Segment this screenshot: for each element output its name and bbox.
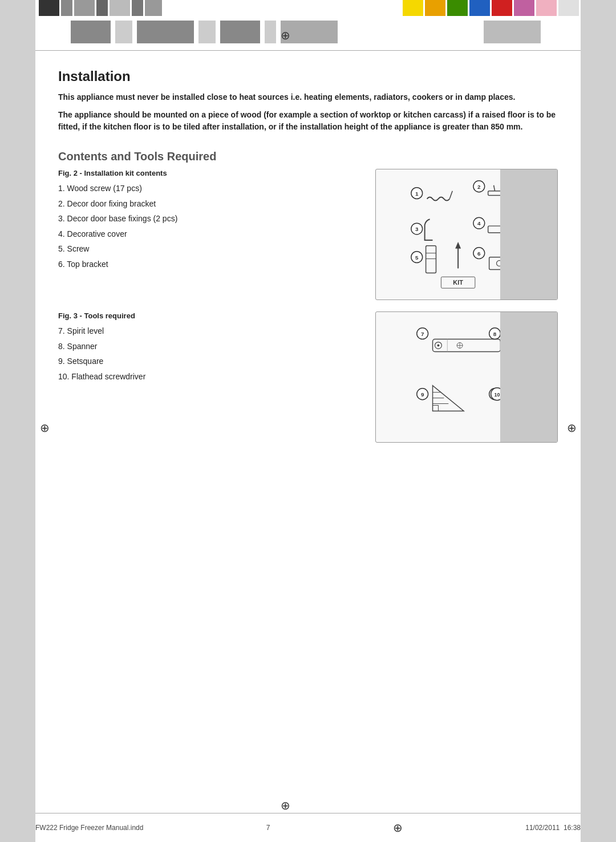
list-item: 1. Wood screw (17 pcs) <box>58 181 364 196</box>
gray-panel-left <box>0 0 35 842</box>
svg-text:10: 10 <box>495 392 500 398</box>
contents-fig2-row: Fig. 2 - Installation kit contents 1. Wo… <box>58 169 558 300</box>
svg-text:1: 1 <box>415 191 419 197</box>
svg-rect-44 <box>433 406 439 411</box>
footer-page-number: 7 <box>266 824 270 832</box>
list-item: 6. Top bracket <box>58 257 364 272</box>
svg-rect-14 <box>426 246 436 273</box>
svg-text:8: 8 <box>493 331 497 337</box>
contents-heading: Contents and Tools Required <box>58 150 558 163</box>
fig3-box: 7 8 <box>375 311 558 443</box>
fig2-image-col: 1 2 3 <box>375 169 558 300</box>
tools-fig3-row: Fig. 3 - Tools required 7. Spirit level … <box>58 311 558 443</box>
top-color-bar <box>0 0 616 16</box>
svg-text:9: 9 <box>421 391 424 398</box>
svg-text:3: 3 <box>415 226 419 232</box>
svg-text:7: 7 <box>421 331 424 337</box>
contents-list-col: Fig. 2 - Installation kit contents 1. Wo… <box>58 169 364 300</box>
svg-line-5 <box>494 185 495 191</box>
gray-bars-row <box>35 16 581 48</box>
svg-text:5: 5 <box>415 254 419 261</box>
installation-heading: Installation <box>58 68 558 84</box>
list-item: 2. Decor door fixing bracket <box>58 196 364 212</box>
list-item: 10. Flathead screwdriver <box>58 369 364 384</box>
tools-list: 7. Spirit level 8. Spanner 9. Setsquare … <box>58 323 364 384</box>
svg-point-31 <box>437 345 439 347</box>
fig3-caption: Fig. 3 - Tools required <box>58 311 364 320</box>
svg-rect-29 <box>433 339 501 352</box>
footer-datetime: 11/02/2011 16:38 <box>525 824 581 832</box>
warning-text-2: The appliance should be mounted on a pie… <box>58 109 558 133</box>
svg-text:4: 4 <box>477 220 481 226</box>
svg-text:2: 2 <box>477 184 481 190</box>
svg-marker-18 <box>455 242 461 249</box>
fig2-box: 1 2 3 <box>375 169 558 300</box>
list-item: 5. Screw <box>58 241 364 257</box>
fig3-image-col: 7 8 <box>375 311 558 443</box>
warning-text-1: This appliance must never be installed c… <box>58 91 558 103</box>
footer-reg-mark <box>393 821 403 835</box>
list-item: 3. Decor door base fixings (2 pcs) <box>58 211 364 226</box>
divider-top <box>35 50 581 51</box>
page-footer: FW222 Fridge Freezer Manual.indd 7 11/02… <box>35 813 581 842</box>
fig2-gray-panel <box>500 169 557 299</box>
list-item: 8. Spanner <box>58 339 364 354</box>
list-item: 4. Decorative cover <box>58 226 364 242</box>
kit-contents-list: 1. Wood screw (17 pcs) 2. Decor door fix… <box>58 181 364 272</box>
tools-list-col: Fig. 3 - Tools required 7. Spirit level … <box>58 311 364 443</box>
fig3-gray-panel <box>500 312 557 442</box>
list-item: 9. Setsquare <box>58 354 364 369</box>
gray-panel-right <box>581 0 616 842</box>
list-item: 7. Spirit level <box>58 323 364 339</box>
main-content: Installation This appliance must never b… <box>35 57 581 808</box>
fig2-caption: Fig. 2 - Installation kit contents <box>58 169 364 177</box>
installation-section: Installation This appliance must never b… <box>58 68 558 133</box>
svg-text:6: 6 <box>477 250 481 257</box>
footer-doc-name: FW222 Fridge Freezer Manual.indd <box>35 824 143 832</box>
reg-mark-top-center <box>279 30 291 41</box>
svg-text:KIT: KIT <box>453 279 463 286</box>
